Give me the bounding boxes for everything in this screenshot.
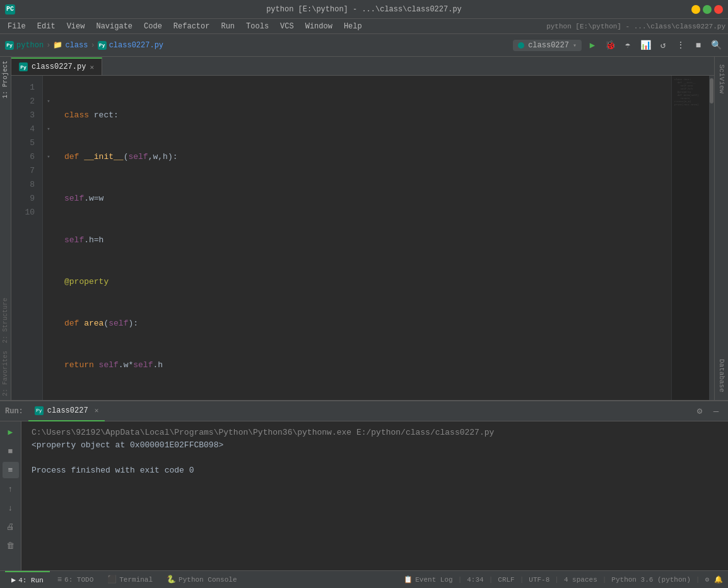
run-minimize-btn[interactable]: —	[709, 404, 723, 418]
run-print-btn[interactable]: 🖨	[3, 519, 19, 535]
structure-panel-label[interactable]: 2: Structure	[1, 294, 10, 347]
coverage-button[interactable]: ☂	[621, 38, 635, 52]
database-tab[interactable]: Database	[716, 354, 727, 397]
line-num-4: 4	[11, 122, 35, 136]
run-panel-controls: ⚙ —	[693, 404, 723, 418]
run-delete-btn[interactable]: 🗑	[3, 538, 19, 554]
favorites-panel-label[interactable]: 2: Favorites	[1, 347, 10, 400]
title-text: python [E:\python] - ...\class\class0227…	[266, 5, 462, 14]
run-tab-close[interactable]: ✕	[95, 406, 99, 415]
run-play-btn[interactable]: ▶	[3, 424, 19, 440]
bottom-tab-run[interactable]: ▶ 4: Run	[5, 571, 50, 589]
status-sep-1: |	[458, 576, 462, 584]
run-dump-btn[interactable]: ≡	[3, 462, 19, 478]
run-stop-btn[interactable]: ■	[3, 443, 19, 459]
status-event-log[interactable]: 📋 Event Log	[404, 575, 452, 584]
status-sep-5: |	[602, 576, 607, 584]
more-button[interactable]: ⋮	[674, 38, 688, 52]
bottom-tab-terminal[interactable]: ⬛ Terminal	[101, 571, 159, 589]
run-output: C:\Users\92192\AppData\Local\Programs\Py…	[21, 421, 728, 570]
status-settings-icon[interactable]: ⚙	[705, 575, 709, 584]
stop-button[interactable]: ■	[691, 38, 705, 52]
menu-run[interactable]: Run	[216, 21, 240, 32]
gutter-10	[43, 206, 54, 220]
breadcrumb-file[interactable]: Py class0227.py	[98, 41, 163, 50]
terminal-tab-icon: ⬛	[107, 575, 117, 584]
editor-tab-class0227[interactable]: Py class0227.py ✕	[11, 57, 102, 75]
project-panel-label[interactable]: 1: Project	[1, 57, 10, 102]
bottom-tab-run-label: 4: Run	[18, 577, 44, 584]
line-num-2: 2	[11, 95, 35, 109]
bottom-tab-todo[interactable]: ≡ 6: TODO	[51, 571, 100, 589]
output-line-1: C:\Users\92192\AppData\Local\Programs\Py…	[32, 426, 718, 439]
run-tab-class0227[interactable]: Py class0227 ✕	[28, 401, 105, 421]
menu-vcs[interactable]: VCS	[275, 21, 299, 32]
line-num-3: 3	[11, 109, 35, 122]
breadcrumb-python-label: python	[16, 41, 44, 50]
breadcrumb-sep-2: ›	[90, 41, 95, 50]
menu-refactor[interactable]: Refactor	[168, 21, 215, 32]
run-scroll-btn[interactable]: ↑	[3, 481, 19, 497]
rerun-button[interactable]: ↺	[656, 38, 670, 52]
status-line-ending[interactable]: CRLF	[498, 576, 514, 584]
run-panel-header: Run: Py class0227 ✕ ⚙ —	[0, 401, 728, 421]
menu-window[interactable]: Window	[300, 21, 338, 32]
tab-close-btn[interactable]: ✕	[90, 63, 94, 71]
run-config-label: class0227	[528, 41, 569, 50]
title-bar-left: PC	[5, 4, 15, 15]
minimap: class rect: def __init__ self.w=w self.h…	[671, 76, 709, 400]
run-tab-icon: Py	[35, 406, 44, 415]
menu-help[interactable]: Help	[339, 21, 367, 32]
status-notification-icon[interactable]: 🔔	[714, 575, 723, 584]
position-label: 4:34	[467, 576, 483, 584]
menu-tools[interactable]: Tools	[241, 21, 274, 32]
code-content[interactable]: class rect: def __init__(self,w,h): self…	[54, 76, 671, 400]
todo-tab-icon: ≡	[57, 575, 62, 584]
status-python-version[interactable]: Python 3.6 (python)	[611, 576, 690, 584]
run-scroll-down-btn[interactable]: ↓	[3, 500, 19, 516]
code-line-6: def area(self):	[64, 317, 671, 331]
line-ending-label: CRLF	[498, 576, 514, 584]
breadcrumb-class[interactable]: 📁 class	[53, 40, 88, 50]
editor-scrollbar[interactable]	[709, 76, 714, 400]
gutter-8	[43, 178, 54, 192]
menu-file[interactable]: File	[3, 21, 31, 32]
bottom-tab-python-console[interactable]: 🐍 Python Console	[160, 571, 243, 589]
breadcrumb-file-label: class0227.py	[109, 41, 163, 50]
line-numbers: 1 2 3 4 5 6 7 8 9 10	[11, 76, 43, 400]
status-encoding[interactable]: UTF-8	[529, 576, 549, 584]
line-num-6: 6	[11, 150, 35, 164]
folder-icon: 📁	[53, 40, 62, 50]
tab-file-icon: Py	[19, 62, 28, 71]
bottom-tabs: ▶ 4: Run ≡ 6: TODO ⬛ Terminal 🐍 Python C…	[5, 571, 244, 589]
run-tab-label: class0227	[47, 406, 88, 415]
run-button[interactable]: ▶	[585, 38, 599, 52]
status-sep-3: |	[520, 576, 524, 584]
maximize-button[interactable]	[703, 5, 712, 14]
profile-button[interactable]: 📊	[638, 38, 652, 52]
scrollbar-thumb[interactable]	[710, 78, 713, 103]
menu-view[interactable]: View	[62, 21, 90, 32]
status-indent[interactable]: 4 spaces	[564, 576, 597, 584]
breadcrumb-python[interactable]: python	[16, 41, 44, 50]
search-button[interactable]: 🔍	[709, 38, 723, 52]
breadcrumb-sep-1: ›	[46, 41, 50, 50]
right-panel-tabs: SciView Database	[714, 57, 728, 400]
sciview-tab[interactable]: SciView	[716, 59, 727, 98]
run-config-selector[interactable]: class0227 ▾	[513, 40, 582, 51]
close-button[interactable]	[714, 5, 723, 14]
status-sep-2: |	[489, 576, 493, 584]
debug-button[interactable]: 🐞	[603, 38, 617, 52]
gutter-6: ▾	[43, 150, 54, 164]
menu-navigate[interactable]: Navigate	[91, 21, 138, 32]
gutter-1	[43, 81, 54, 95]
minimize-button[interactable]	[691, 5, 700, 14]
menu-edit[interactable]: Edit	[32, 21, 61, 32]
menu-code[interactable]: Code	[139, 21, 167, 32]
encoding-label: UTF-8	[529, 576, 549, 584]
toolbar: Py python › 📁 class › Py class0227.py cl…	[0, 34, 728, 57]
toolbar-right: class0227 ▾ ▶ 🐞 ☂ 📊 ↺ ⋮ ■ 🔍	[513, 38, 723, 52]
python-path: python [E:\python] - ...\class\class0227…	[546, 23, 725, 30]
event-log-label: Event Log	[415, 576, 452, 584]
run-settings-btn[interactable]: ⚙	[693, 404, 707, 418]
